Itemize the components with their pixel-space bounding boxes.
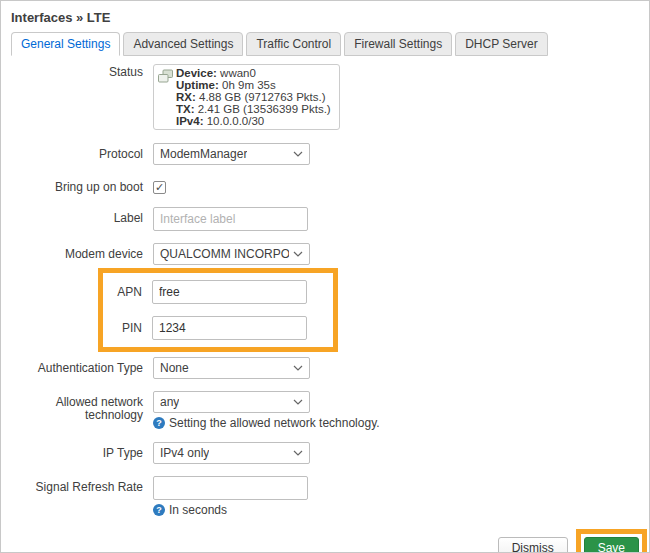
modem-device-value: QUALCOMM INCORPORATE bbox=[160, 247, 289, 261]
status-box: Device: wwan0 Uptime: 0h 9m 35s RX: 4.88… bbox=[153, 64, 340, 130]
ip-type-value: IPv4 only bbox=[160, 446, 209, 460]
signal-refresh-rate-row: Signal Refresh Rate ? In seconds bbox=[11, 476, 639, 517]
apn-row: APN bbox=[103, 280, 333, 304]
signal-refresh-rate-input[interactable] bbox=[153, 476, 308, 500]
tab-general-settings[interactable]: General Settings bbox=[11, 32, 120, 56]
status-details: Device: wwan0 Uptime: 0h 9m 35s RX: 4.88… bbox=[176, 67, 331, 127]
signal-refresh-rate-control: ? In seconds bbox=[153, 476, 308, 517]
label-input[interactable] bbox=[153, 207, 308, 231]
chevron-down-icon bbox=[293, 399, 303, 405]
status-tx-key: TX: bbox=[176, 103, 195, 115]
signal-refresh-rate-help: ? In seconds bbox=[153, 503, 308, 517]
network-interface-icon bbox=[157, 68, 174, 85]
dismiss-button[interactable]: Dismiss bbox=[498, 537, 568, 553]
apn-input[interactable] bbox=[152, 280, 307, 304]
allowed-network-technology-help: ? Setting the allowed network technology… bbox=[153, 416, 380, 430]
chevron-down-icon bbox=[293, 365, 303, 371]
label-row: Label bbox=[11, 207, 639, 231]
save-highlight-box: Save bbox=[576, 529, 647, 553]
signal-refresh-rate-label: Signal Refresh Rate bbox=[11, 476, 143, 494]
allowed-network-technology-control: any ? Setting the allowed network techno… bbox=[153, 391, 380, 430]
authentication-type-value: None bbox=[160, 361, 189, 375]
status-label: Status bbox=[11, 64, 143, 79]
allowed-network-technology-label: Allowed network technology bbox=[11, 391, 143, 422]
modem-device-row: Modem device QUALCOMM INCORPORATE bbox=[11, 243, 639, 265]
apn-pin-highlight-box: APN PIN bbox=[98, 268, 338, 352]
protocol-value: ModemManager bbox=[160, 147, 247, 161]
checkmark-icon: ✓ bbox=[155, 182, 164, 193]
status-uptime-key: Uptime: bbox=[176, 79, 219, 91]
status-device-key: Device: bbox=[176, 67, 217, 79]
chevron-down-icon bbox=[293, 450, 303, 456]
tab-bar: General Settings Advanced Settings Traff… bbox=[11, 32, 639, 56]
pin-input[interactable] bbox=[152, 316, 307, 340]
modem-device-select[interactable]: QUALCOMM INCORPORATE bbox=[153, 243, 310, 265]
dialog-footer: Dismiss Save bbox=[11, 529, 639, 553]
apn-label: APN bbox=[103, 280, 142, 299]
status-rx-value: 4.88 GB (9712763 Pkts.) bbox=[196, 91, 326, 103]
status-ipv4-value: 10.0.0.0/30 bbox=[204, 115, 265, 127]
allowed-network-technology-row: Allowed network technology any ? Setting… bbox=[11, 391, 639, 430]
status-device-value: wwan0 bbox=[217, 67, 256, 79]
help-icon: ? bbox=[153, 504, 165, 516]
help-icon: ? bbox=[153, 417, 165, 429]
ip-type-row: IP Type IPv4 only bbox=[11, 442, 639, 464]
tab-dhcp-server[interactable]: DHCP Server bbox=[455, 32, 547, 56]
ip-type-select[interactable]: IPv4 only bbox=[153, 442, 310, 464]
chevron-down-icon bbox=[293, 251, 303, 257]
authentication-type-select[interactable]: None bbox=[153, 357, 310, 379]
status-tx-value: 2.41 GB (13536399 Pkts.) bbox=[195, 103, 331, 115]
status-rx-key: RX: bbox=[176, 91, 196, 103]
allowed-network-technology-select[interactable]: any bbox=[153, 391, 310, 413]
ip-type-label: IP Type bbox=[11, 442, 143, 460]
bring-up-on-boot-row: Bring up on boot ✓ bbox=[11, 177, 639, 195]
pin-row: PIN bbox=[103, 316, 333, 340]
status-ipv4-key: IPv4: bbox=[176, 115, 204, 127]
status-uptime-value: 0h 9m 35s bbox=[219, 79, 276, 91]
tab-traffic-control[interactable]: Traffic Control bbox=[246, 32, 341, 56]
interface-settings-dialog: Interfaces » LTE General Settings Advanc… bbox=[0, 0, 650, 553]
chevron-down-icon bbox=[293, 151, 303, 157]
status-row: Status Device: wwan0 Uptime: 0h 9m 35s R… bbox=[11, 64, 639, 130]
label-field-label: Label bbox=[11, 207, 143, 225]
pin-label: PIN bbox=[103, 316, 142, 335]
bring-up-on-boot-label: Bring up on boot bbox=[11, 177, 143, 194]
authentication-type-label: Authentication Type bbox=[11, 357, 143, 375]
protocol-label: Protocol bbox=[11, 143, 143, 161]
protocol-select[interactable]: ModemManager bbox=[153, 143, 310, 165]
allowed-network-technology-value: any bbox=[160, 395, 179, 409]
signal-refresh-rate-help-text: In seconds bbox=[169, 503, 227, 517]
allowed-network-technology-help-text: Setting the allowed network technology. bbox=[169, 416, 380, 430]
page-title: Interfaces » LTE bbox=[11, 10, 639, 26]
bring-up-on-boot-checkbox[interactable]: ✓ bbox=[153, 181, 166, 194]
authentication-type-row: Authentication Type None bbox=[11, 357, 639, 379]
tab-firewall-settings[interactable]: Firewall Settings bbox=[344, 32, 452, 56]
modem-device-label: Modem device bbox=[11, 243, 143, 261]
protocol-row: Protocol ModemManager bbox=[11, 143, 639, 165]
tab-advanced-settings[interactable]: Advanced Settings bbox=[123, 32, 243, 56]
save-button[interactable]: Save bbox=[584, 537, 639, 553]
